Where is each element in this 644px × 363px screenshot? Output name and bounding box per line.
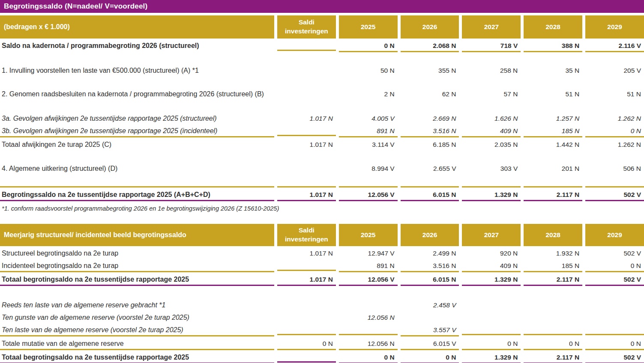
value-cell: 1.017 N — [277, 272, 336, 286]
table2-header-title: Meerjarig structureel/ incidenteel beeld… — [0, 224, 274, 246]
column-header-2028: 2028 — [524, 15, 582, 39]
table2-header-row: Meerjarig structureel/ incidenteel beeld… — [0, 224, 644, 246]
table-row: Totaal begrotingsaldo na 2e tussentijdse… — [0, 272, 644, 286]
value-cell: 502 V — [585, 350, 644, 363]
table-row: Totale mutatie van de algemene reserve0 … — [0, 336, 644, 350]
row-spacer — [0, 76, 644, 87]
table-row: 3b. Gevolgen afwijkingen 2e tussentijdse… — [0, 124, 644, 137]
value-cell: 1.329 N — [462, 272, 521, 286]
value-cell: 57 N — [462, 87, 521, 99]
value-cell: 1.262 N — [585, 137, 644, 150]
table-row: Begrotingssaldo na 2e tussentijdse rappo… — [0, 186, 644, 201]
column-header-2027: 2027 — [462, 15, 521, 39]
value-cell: 303 V — [462, 161, 521, 174]
value-cell: 1.329 N — [462, 186, 521, 201]
value-cell — [462, 298, 521, 310]
value-cell: 502 V — [585, 272, 644, 286]
value-cell: 6.185 N — [401, 137, 459, 150]
column-header-saldi-investeringen: Saldi investeringen — [277, 15, 336, 39]
table-row: Ten laste van de algemene reserve (voors… — [0, 323, 644, 336]
report-title: Begrotingssaldo (N=nadeel/ V=voordeel) — [4, 2, 147, 11]
value-cell: 12.056 N — [339, 310, 398, 323]
column-header-2029: 2029 — [585, 15, 644, 39]
column-header-2026: 2026 — [401, 224, 459, 246]
value-cell: 4.005 V — [339, 111, 398, 124]
table1-header-amounts-label: (bedragen x € 1.000) — [0, 15, 274, 39]
value-cell: 502 V — [585, 246, 644, 259]
row-spacer — [0, 150, 644, 161]
value-cell: 891 N — [339, 124, 398, 137]
value-cell — [585, 323, 644, 335]
multi-year-balance-table: Meerjarig structureel/ incidenteel beeld… — [0, 224, 644, 363]
value-cell: 0 N — [585, 259, 644, 272]
value-cell: 2.068 N — [401, 39, 459, 52]
table-row: 2. Genomen raadsbesluiten na kadernota /… — [0, 87, 644, 99]
value-cell — [585, 298, 644, 310]
row-label: Begrotingssaldo na 2e tussentijdse rappo… — [0, 186, 274, 201]
table-row: Incidenteel begrotingsaldo na 2e turap89… — [0, 259, 644, 272]
value-cell: 2.117 N — [524, 272, 582, 286]
value-cell: 502 V — [585, 186, 644, 201]
footnote: *1. conform raadsvoorstel programmabegro… — [0, 201, 644, 213]
value-cell: 1.017 N — [277, 186, 336, 201]
row-label: Ten gunste van de algemene reserve (voor… — [0, 310, 274, 323]
value-cell — [524, 298, 582, 310]
row-label: 4. Algemene uitkering (structureel) (D) — [0, 161, 274, 174]
value-cell: 1.442 N — [524, 137, 582, 150]
value-cell — [277, 298, 336, 310]
value-cell: 185 N — [524, 259, 582, 272]
table1-header-row: (bedragen x € 1.000) Saldi investeringen… — [0, 15, 644, 39]
value-cell — [277, 39, 336, 51]
value-cell: 6.015 N — [401, 186, 459, 201]
row-spacer — [0, 52, 644, 63]
row-label: Totaal begrotingsaldo na 2e tussentijdse… — [0, 350, 274, 363]
row-label: Incidenteel begrotingsaldo na 2e turap — [0, 259, 274, 272]
row-label: 3b. Gevolgen afwijkingen 2e tussentijdse… — [0, 124, 274, 137]
value-cell: 205 V — [585, 63, 644, 76]
value-cell: 2.035 N — [462, 137, 521, 150]
value-cell: 1.932 N — [524, 246, 582, 259]
column-header-2029: 2029 — [585, 224, 644, 246]
value-cell: 409 N — [462, 124, 521, 137]
value-cell: 2.458 V — [401, 298, 459, 310]
value-cell: 1.626 N — [462, 111, 521, 124]
value-cell: 35 N — [524, 63, 582, 76]
table-row: Ten gunste van de algemene reserve (voor… — [0, 310, 644, 323]
value-cell: 1.262 N — [585, 111, 644, 124]
value-cell: 1.017 N — [277, 246, 336, 259]
value-cell: 388 N — [524, 39, 582, 52]
value-cell — [277, 259, 336, 271]
column-header-2028: 2028 — [524, 224, 582, 246]
value-cell: 891 N — [339, 259, 398, 272]
value-cell: 0 N — [524, 336, 582, 350]
value-cell: 3.516 N — [401, 124, 459, 137]
row-label: Totaal afwijkingen 2e turap 2025 (C) — [0, 137, 274, 150]
value-cell: 62 N — [401, 87, 459, 99]
value-cell: 1.329 N — [462, 350, 521, 363]
value-cell — [339, 323, 398, 335]
value-cell — [585, 310, 644, 323]
value-cell: 1.017 N — [277, 111, 336, 124]
value-cell: 409 N — [462, 259, 521, 272]
value-cell — [277, 350, 336, 363]
table-row: 1. Invulling voorstellen ten laste van €… — [0, 63, 644, 76]
row-spacer — [0, 174, 644, 186]
value-cell: 506 N — [585, 161, 644, 174]
table-row: 4. Algemene uitkering (structureel) (D)8… — [0, 161, 644, 174]
value-cell: 50 N — [339, 63, 398, 76]
value-cell: 0 N — [462, 336, 521, 350]
value-cell: 3.557 V — [401, 323, 459, 336]
value-cell: 0 N — [585, 124, 644, 137]
value-cell — [462, 323, 521, 335]
value-cell: 12.056 V — [339, 272, 398, 286]
column-header-saldi-investeringen: Saldi investeringen — [277, 224, 336, 246]
value-cell: 0 N — [277, 336, 336, 350]
value-cell — [524, 323, 582, 335]
column-header-2026: 2026 — [401, 15, 459, 39]
row-label: 2. Genomen raadsbesluiten na kadernota /… — [0, 87, 274, 99]
row-spacer — [0, 286, 644, 298]
value-cell: 258 N — [462, 63, 521, 76]
row-label: 3a. Gevolgen afwijkingen 2e tussentijdse… — [0, 111, 274, 124]
table-row: 3a. Gevolgen afwijkingen 2e tussentijdse… — [0, 111, 644, 124]
value-cell: 1.017 N — [277, 137, 336, 150]
